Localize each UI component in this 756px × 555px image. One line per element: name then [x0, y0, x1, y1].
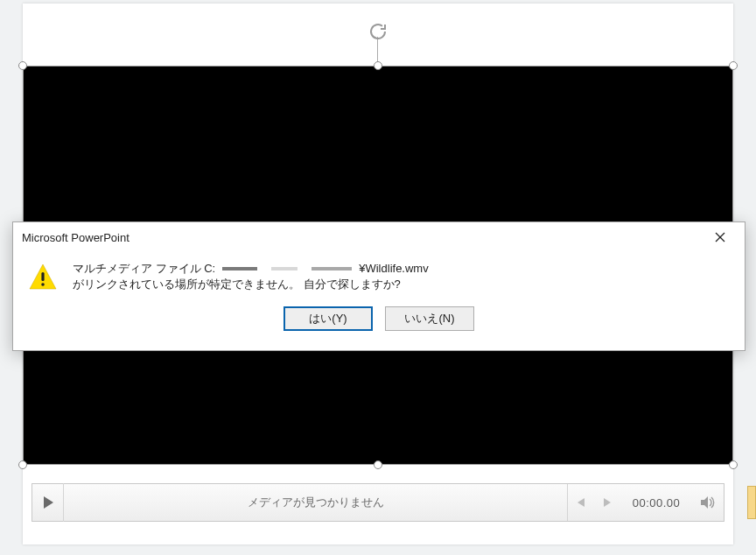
- rotate-handle-icon[interactable]: [368, 21, 388, 42]
- message-file: ¥Wildlife.wmv: [359, 262, 428, 275]
- step-forward-button[interactable]: [594, 483, 620, 522]
- media-control-bar: メディアが見つかりません 00:00.00: [32, 483, 724, 522]
- redacted-path-3: [312, 267, 352, 270]
- dialog-message: マルチメディア ファイル C: ¥Wildlife.wmv がリンクされている場…: [73, 261, 729, 292]
- resize-handle-tm[interactable]: [374, 61, 382, 70]
- seek-track[interactable]: メディアが見つかりません: [64, 484, 568, 521]
- resize-handle-tl[interactable]: [18, 61, 27, 70]
- step-back-button[interactable]: [568, 483, 594, 522]
- svg-marker-0: [44, 496, 53, 509]
- time-label: 00:00.00: [620, 496, 692, 509]
- yes-button[interactable]: はい(Y): [284, 306, 373, 331]
- svg-marker-3: [701, 496, 708, 509]
- svg-point-8: [41, 283, 45, 286]
- panel-edge: [747, 486, 756, 519]
- redacted-path-1: [222, 267, 257, 270]
- no-button[interactable]: いいえ(N): [385, 306, 474, 331]
- dialog-buttons: はい(Y) いいえ(N): [13, 298, 745, 331]
- close-button[interactable]: [701, 224, 739, 250]
- play-button[interactable]: [32, 483, 64, 522]
- svg-marker-1: [578, 498, 584, 507]
- volume-button[interactable]: [692, 483, 724, 522]
- dialog-titlebar[interactable]: Microsoft PowerPoint: [13, 222, 745, 252]
- resize-handle-br[interactable]: [729, 460, 738, 469]
- dialog-title-text: Microsoft PowerPoint: [22, 231, 701, 244]
- yes-button-label: はい(Y): [309, 311, 346, 327]
- warning-icon: [29, 263, 57, 291]
- resize-handle-bl[interactable]: [18, 460, 27, 469]
- media-status-text: メディアが見つかりません: [248, 495, 384, 510]
- resize-handle-bm[interactable]: [374, 460, 382, 469]
- no-button-label: いいえ(N): [404, 311, 454, 327]
- dialog-body: マルチメディア ファイル C: ¥Wildlife.wmv がリンクされている場…: [13, 252, 745, 298]
- redacted-path-2: [271, 267, 298, 270]
- resize-handle-tr[interactable]: [729, 61, 738, 70]
- dialog: Microsoft PowerPoint マルチメディア ファイル C: ¥Wi…: [12, 221, 746, 351]
- message-post: がリンクされている場所が特定できません。 自分で探しますか?: [73, 277, 401, 292]
- svg-marker-2: [604, 498, 611, 507]
- message-pre: マルチメディア ファイル C:: [73, 261, 215, 277]
- svg-rect-7: [41, 272, 44, 281]
